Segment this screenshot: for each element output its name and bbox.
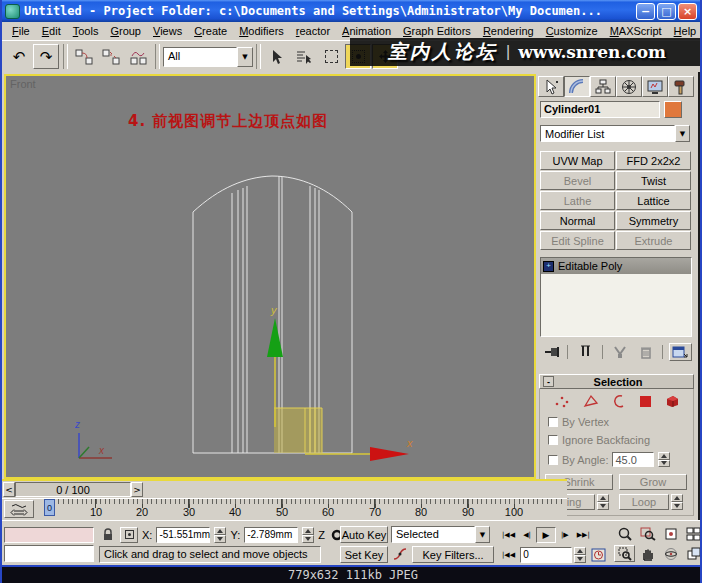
gizmo-y-arrow[interactable] <box>267 318 283 357</box>
time-configuration-button[interactable] <box>588 547 608 563</box>
tab-modify[interactable] <box>564 76 590 97</box>
open-mini-curve-editor-button[interactable] <box>4 500 34 518</box>
menu-edit[interactable]: Edit <box>36 23 67 39</box>
current-frame-marker[interactable]: 0 <box>44 499 55 516</box>
select-by-name-button[interactable] <box>291 44 317 69</box>
selected-polygon-region[interactable] <box>274 408 322 453</box>
command-panel-scrollbar[interactable] <box>698 72 701 520</box>
object-color-swatch[interactable] <box>664 101 682 118</box>
menu-graph-editors[interactable]: Graph Editors <box>397 23 477 39</box>
select-object-button[interactable] <box>264 44 290 69</box>
y-spinner[interactable] <box>302 527 314 543</box>
by-vertex-checkbox[interactable] <box>548 417 558 427</box>
by-angle-spinner[interactable] <box>658 452 670 467</box>
redo-button[interactable]: ↷ <box>33 44 59 69</box>
tab-motion[interactable] <box>616 76 642 97</box>
edge-mode-icon[interactable] <box>583 394 599 408</box>
modifier-twist-button[interactable]: Twist <box>616 171 691 190</box>
undo-button[interactable]: ↶ <box>6 44 32 69</box>
maxscript-mini-listener-macro[interactable] <box>4 527 94 543</box>
selection-rollout-header[interactable]: - Selection <box>539 374 694 389</box>
title-bar[interactable]: Untitled - Project Folder: c:\Documents … <box>2 0 700 22</box>
pan-button[interactable] <box>637 545 658 562</box>
rectangular-selection-region-button[interactable] <box>318 44 344 69</box>
close-button[interactable]: × <box>678 3 697 20</box>
previous-frame-slider-button[interactable]: < <box>3 482 15 497</box>
tab-hierarchy[interactable] <box>590 76 616 97</box>
region-zoom-button[interactable] <box>614 545 635 562</box>
stack-item-editable-poly[interactable]: + Editable Poly <box>541 258 691 274</box>
menu-help[interactable]: Help <box>668 23 702 39</box>
minimize-button[interactable]: − <box>636 3 655 20</box>
front-viewport[interactable]: Front 4. 前视图调节上边顶点如图 y x <box>4 74 536 479</box>
time-slider[interactable]: 0 / 100 <box>15 482 131 497</box>
select-and-link-button[interactable] <box>71 44 97 69</box>
frame-spinner[interactable] <box>574 547 586 563</box>
menu-views[interactable]: Views <box>147 23 188 39</box>
remove-modifier-button[interactable] <box>634 343 657 361</box>
modifier-list-dropdown[interactable]: Modifier List ▼ <box>540 125 690 142</box>
configure-modifier-sets-button[interactable] <box>669 343 692 361</box>
loop-button[interactable]: Loop <box>619 494 669 510</box>
tab-display[interactable] <box>642 76 668 97</box>
y-coordinate-field[interactable]: -2.789mm <box>244 527 298 543</box>
make-unique-button[interactable] <box>609 343 632 361</box>
zoom-extents-all-button[interactable] <box>683 525 702 542</box>
element-mode-icon[interactable] <box>665 394 680 408</box>
modifier-list-arrow-button[interactable]: ▼ <box>675 125 690 142</box>
next-frame-button[interactable]: |▶ <box>558 527 572 543</box>
show-end-result-button[interactable] <box>574 343 597 361</box>
auto-key-button[interactable]: Auto Key <box>340 526 388 543</box>
vertex-mode-icon[interactable] <box>554 394 570 408</box>
zoom-all-button[interactable] <box>637 525 658 542</box>
menu-customize[interactable]: Customize <box>540 23 604 39</box>
min-max-toggle-button[interactable] <box>683 545 702 562</box>
modifier-uvw-map-button[interactable]: UVW Map <box>540 151 615 170</box>
next-frame-slider-button[interactable]: > <box>131 482 143 497</box>
time-filter-arrow-button[interactable]: ▼ <box>475 526 490 543</box>
by-angle-checkbox[interactable] <box>548 455 558 465</box>
menu-modifiers[interactable]: Modifiers <box>233 23 290 39</box>
viewport-canvas[interactable]: y x z x <box>6 76 534 477</box>
x-spinner[interactable] <box>214 527 226 543</box>
go-to-end-button[interactable]: ▶▶| <box>574 527 593 543</box>
ignore-backfacing-checkbox[interactable] <box>548 435 558 445</box>
absolute-mode-toggle[interactable] <box>120 527 138 543</box>
gizmo-x-arrow[interactable] <box>370 447 409 461</box>
key-mode-toggle-button[interactable]: |◀◀ <box>499 547 518 563</box>
menu-group[interactable]: Group <box>104 23 147 39</box>
polygon-mode-icon[interactable] <box>639 395 652 408</box>
ignore-backfacing-option[interactable]: Ignore Backfacing <box>548 434 650 446</box>
new-key-default-inout-button[interactable] <box>391 546 409 563</box>
bind-to-spacewarp-button[interactable] <box>125 44 151 69</box>
loop-spinner[interactable] <box>671 494 683 510</box>
previous-frame-button[interactable]: ◀| <box>520 527 534 543</box>
zoom-button[interactable] <box>614 525 635 542</box>
selection-filter-arrow-button[interactable]: ▼ <box>237 47 253 67</box>
maximize-button[interactable]: □ <box>657 3 676 20</box>
border-mode-icon[interactable] <box>612 394 626 408</box>
selection-lock-toggle[interactable] <box>100 527 116 543</box>
maxscript-mini-listener[interactable] <box>4 545 94 562</box>
menu-rendering[interactable]: Rendering <box>477 23 540 39</box>
by-angle-value-field[interactable]: 45.0 <box>612 452 654 467</box>
modifier-normal-button[interactable]: Normal <box>540 211 615 230</box>
set-key-button[interactable]: Set Key <box>340 546 388 563</box>
key-filters-button[interactable]: Key Filters... <box>412 546 494 563</box>
time-filter-dropdown[interactable]: Selected ▼ <box>391 526 490 543</box>
stack-expand-icon[interactable]: + <box>543 261 554 272</box>
selection-filter-dropdown[interactable]: All ▼ <box>163 47 253 67</box>
by-angle-option[interactable]: By Angle: 45.0 <box>548 452 670 467</box>
track-bar[interactable]: 0 10 20 30 40 50 60 70 80 90 100 0 <box>2 498 567 519</box>
ring-spinner[interactable] <box>597 494 609 510</box>
arc-rotate-button[interactable] <box>660 545 681 562</box>
track-bar-ruler[interactable]: 0 10 20 30 40 50 60 70 80 90 100 0 <box>35 499 563 520</box>
menu-animation[interactable]: Animation <box>336 23 397 39</box>
by-vertex-option[interactable]: By Vertex <box>548 416 609 428</box>
menu-file[interactable]: File <box>6 23 36 39</box>
collapse-rollout-icon[interactable]: - <box>543 376 554 387</box>
unlink-selection-button[interactable] <box>98 44 124 69</box>
tab-create[interactable] <box>538 76 564 97</box>
modifier-stack-list[interactable]: + Editable Poly <box>540 257 692 337</box>
menu-create[interactable]: Create <box>188 23 233 39</box>
